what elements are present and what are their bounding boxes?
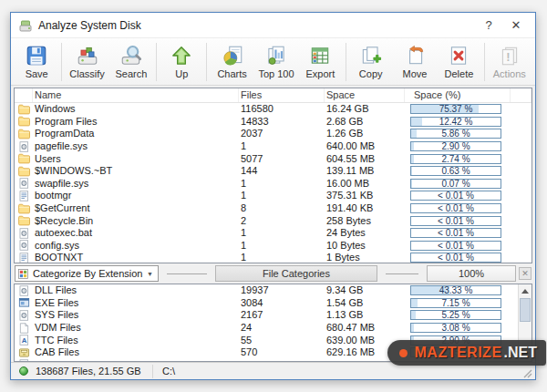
splitter-line (386, 273, 418, 274)
table-row[interactable]: $Recycle.Bin2258 Bytes< 0.01 % (15, 214, 532, 227)
table-row[interactable]: pagefile.sys1640.00 MB2.90 % (15, 140, 532, 153)
row-name: $Recycle.Bin (33, 215, 239, 227)
table-row[interactable]: DLL Files199379.34 GB43.33 % (15, 284, 532, 297)
table-row[interactable]: Users5077604.55 MB2.74 % (15, 152, 532, 165)
percent-bar: 0.63 % (410, 166, 501, 176)
watermark: MAZTERIZE .NET (387, 340, 547, 366)
row-name: bootmgr (33, 190, 239, 201)
copy-button[interactable]: Copy (349, 40, 393, 84)
actions-button[interactable]: !Actions (488, 40, 532, 84)
percent-label: 43.33 % (411, 285, 501, 295)
row-files: 1 (239, 178, 325, 190)
column-header-name[interactable]: Name (33, 88, 239, 102)
actions-icon: ! (498, 44, 521, 67)
column-header-files[interactable]: Files (239, 88, 325, 102)
scroll-up-button[interactable] (519, 284, 532, 297)
top-100-button[interactable]: Top 100 (254, 40, 298, 84)
percent-label: < 0.01 % (411, 228, 501, 238)
percent-label: 5.86 % (411, 129, 501, 139)
charts-button[interactable]: Charts (210, 40, 253, 84)
percent-header[interactable]: 100% (427, 265, 516, 282)
move-button[interactable]: Move (393, 40, 437, 84)
column-header-blank (511, 88, 532, 102)
table-row[interactable]: Program Files148332.68 GB12.42 % (15, 116, 532, 129)
table-row[interactable]: ProgramData20371.26 GB5.86 % (15, 128, 532, 140)
row-files: 8 (239, 202, 325, 214)
row-space: 10 Bytes (325, 240, 405, 252)
table-row[interactable]: BOOTNXT11 Bytes< 0.01 % (15, 252, 532, 263)
toolbar-separator (484, 43, 485, 81)
row-space: 139.11 MB (325, 165, 405, 177)
toolbar-button-label: Move (403, 68, 428, 79)
row-files: 1 (239, 252, 325, 263)
categorize-dropdown[interactable]: Categorize By Extension ▼ (15, 265, 159, 282)
table-row[interactable]: $GetCurrent8191.40 KB< 0.01 % (15, 202, 532, 215)
classify-button[interactable]: Classify (65, 40, 108, 84)
row-space: 24 Bytes (325, 227, 405, 239)
percent-label: 75.37 % (411, 104, 501, 114)
category-bar: Categorize By Extension ▼ File Categorie… (11, 263, 535, 284)
row-space: 191.40 KB (325, 202, 405, 214)
toolbar-separator (346, 43, 346, 81)
row-files: 55 (239, 335, 325, 346)
percent-label: 5.25 % (411, 310, 501, 320)
folder-icon (18, 215, 31, 226)
font-file-icon: A (18, 335, 31, 346)
table-row[interactable]: Windows11658016.24 GB75.37 % (15, 103, 532, 116)
categorize-dropdown-label: Categorize By Extension (33, 268, 145, 279)
row-space: 1.13 GB (325, 309, 405, 321)
status-divider (152, 365, 153, 378)
gear-file-icon (18, 285, 31, 296)
top-table-header: Name Files Space Space (%) (15, 88, 532, 103)
top-table-rows: Windows11658016.24 GB75.37 %Program File… (15, 103, 532, 263)
percent-bar: 2.90 % (410, 141, 501, 151)
close-panel-button[interactable]: ✕ (519, 267, 532, 280)
column-header-space-percent[interactable]: Space (%) (405, 88, 511, 102)
row-files: 5077 (239, 153, 325, 165)
titlebar: Analyze System Disk ? ✕ (11, 13, 535, 37)
triangle-up-icon (521, 289, 529, 294)
file-categories-header[interactable]: File Categories (215, 265, 377, 282)
copy-icon (359, 44, 383, 67)
table-row[interactable]: swapfile.sys116.00 MB0.07 % (15, 178, 532, 191)
doc-file-icon (18, 191, 31, 201)
table-row[interactable]: bootmgr1375.31 KB< 0.01 % (15, 190, 532, 202)
folder-icon (18, 203, 31, 214)
table-row[interactable]: autoexec.bat124 Bytes< 0.01 % (15, 227, 532, 240)
export-button[interactable]: Export (298, 40, 342, 84)
resize-grip[interactable] (521, 367, 533, 379)
table-row[interactable]: SYS Files21671.13 GB5.25 % (15, 309, 532, 322)
delete-button[interactable]: Delete (437, 40, 480, 84)
table-row[interactable]: config.sys110 Bytes< 0.01 % (15, 240, 532, 253)
percent-label: 2.74 % (411, 154, 501, 164)
row-name: TTC Files (33, 335, 239, 346)
row-files: 2037 (239, 128, 325, 139)
table-row[interactable]: $WINDOWS.~BT144139.11 MB0.63 % (15, 165, 532, 178)
watermark-primary: MAZTERIZE (415, 345, 502, 361)
app-file-icon (18, 297, 31, 308)
row-space: 1 Bytes (325, 252, 405, 263)
search-button[interactable]: Search (109, 40, 153, 84)
row-name: Users (33, 153, 239, 165)
row-name: pagefile.sys (33, 140, 239, 152)
row-name: BOOTNXT (33, 252, 239, 263)
top100-icon (264, 44, 288, 67)
splitter-line (167, 273, 207, 274)
row-files: 1 (239, 240, 325, 252)
percent-bar: 43.33 % (410, 285, 501, 295)
column-header-space[interactable]: Space (325, 88, 405, 102)
row-name: SYS Files (33, 309, 239, 321)
close-button[interactable]: ✕ (502, 18, 530, 32)
table-row[interactable]: VDM Files24680.47 MB3.08 % (15, 322, 532, 335)
save-button[interactable]: Save (15, 40, 58, 84)
files-summary: 138687 Files, 21.55 GB (36, 366, 152, 377)
row-files: 2 (239, 215, 325, 227)
export-grid-icon (308, 44, 332, 67)
help-button[interactable]: ? (475, 18, 502, 32)
scrollbar-thumb[interactable] (520, 298, 531, 322)
up-button[interactable]: Up (160, 40, 203, 84)
table-row[interactable]: EXE Files30841.54 GB7.15 % (15, 297, 532, 310)
row-space: 375.31 KB (325, 190, 405, 201)
svg-text:!: ! (506, 50, 510, 64)
app-disk-icon (18, 18, 33, 33)
